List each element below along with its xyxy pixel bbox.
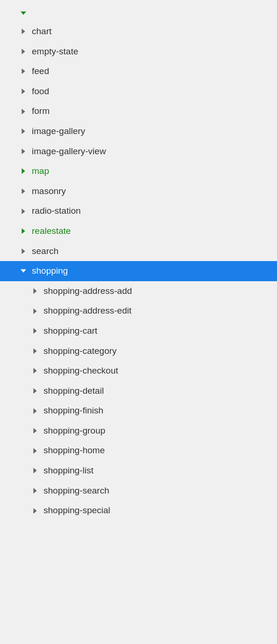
tree-item-shopping-cart[interactable]: shopping-cart: [0, 321, 277, 341]
item-label-shopping-home: shopping-home: [44, 444, 105, 457]
svg-marker-12: [22, 248, 25, 254]
tree-item-map[interactable]: map: [0, 161, 277, 181]
tree-item-feed[interactable]: feed: [0, 61, 277, 82]
tree-item-empty-state[interactable]: empty-state: [0, 42, 277, 62]
svg-marker-1: [22, 29, 25, 34]
tree-item-shopping-detail[interactable]: shopping-detail: [0, 381, 277, 401]
item-label-shopping-address-add: shopping-address-add: [44, 285, 132, 298]
tree-item-shopping-address-edit[interactable]: shopping-address-edit: [0, 301, 277, 321]
svg-marker-13: [21, 270, 26, 273]
tree-item-shopping-search[interactable]: shopping-search: [0, 481, 277, 501]
chevron-right-icon: [19, 47, 28, 56]
svg-marker-24: [33, 488, 36, 494]
svg-marker-22: [33, 448, 36, 454]
chevron-right-icon: [30, 466, 40, 475]
tree-item-radio-station[interactable]: radio-station: [0, 201, 277, 221]
svg-marker-8: [22, 168, 25, 174]
svg-marker-19: [33, 388, 36, 394]
item-label-search: search: [32, 245, 58, 258]
chevron-right-icon: [30, 486, 40, 495]
chevron-right-icon: [30, 426, 40, 435]
svg-marker-6: [22, 128, 25, 134]
chevron-right-icon: [19, 87, 28, 96]
chevron-right-icon: [30, 366, 40, 375]
tree-item-food[interactable]: food: [0, 82, 277, 102]
tree-item-ui-layouts[interactable]: [0, 5, 277, 22]
svg-marker-18: [33, 368, 36, 374]
tree-item-shopping-group[interactable]: shopping-group: [0, 421, 277, 441]
item-label-shopping-category: shopping-category: [44, 345, 117, 358]
chevron-right-icon: [19, 127, 28, 136]
svg-marker-4: [22, 89, 25, 94]
chevron-right-icon: [19, 67, 28, 76]
chevron-right-icon: [30, 386, 40, 396]
item-label-shopping-checkout: shopping-checkout: [44, 365, 118, 377]
item-label-shopping-address-edit: shopping-address-edit: [44, 305, 131, 317]
item-label-shopping: shopping: [32, 265, 68, 277]
tree-item-shopping-special[interactable]: shopping-special: [0, 501, 277, 521]
chevron-right-icon: [19, 27, 28, 36]
tree-item-shopping-list[interactable]: shopping-list: [0, 461, 277, 481]
item-label-food: food: [32, 85, 49, 98]
chevron-right-icon: [30, 346, 40, 356]
item-label-shopping-search: shopping-search: [44, 485, 109, 497]
item-label-shopping-finish: shopping-finish: [44, 404, 103, 417]
chevron-right-icon: [19, 207, 28, 216]
item-label-shopping-list: shopping-list: [44, 464, 94, 477]
tree-item-shopping[interactable]: shopping: [0, 261, 277, 281]
item-label-masonry: masonry: [32, 185, 66, 198]
tree-item-masonry[interactable]: masonry: [0, 181, 277, 202]
svg-marker-0: [21, 11, 26, 15]
tree-items-container: chartempty-statefeedfoodformimage-galler…: [0, 22, 277, 521]
svg-marker-17: [33, 348, 36, 354]
tree-item-chart[interactable]: chart: [0, 22, 277, 42]
item-label-chart: chart: [32, 25, 51, 38]
item-label-radio-station: radio-station: [32, 205, 81, 217]
svg-marker-14: [33, 288, 36, 294]
tree-item-image-gallery-view[interactable]: image-gallery-view: [0, 142, 277, 162]
chevron-right-icon: [30, 286, 40, 296]
chevron-right-icon: [30, 307, 40, 316]
svg-marker-16: [33, 328, 36, 334]
chevron-right-icon: [19, 147, 28, 156]
item-label-shopping-cart: shopping-cart: [44, 325, 97, 337]
svg-marker-2: [22, 49, 25, 54]
file-tree: chartempty-statefeedfoodformimage-galler…: [0, 0, 277, 525]
chevron-right-icon: [19, 107, 28, 116]
chevron-right-icon: [19, 166, 28, 176]
tree-item-shopping-address-add[interactable]: shopping-address-add: [0, 281, 277, 301]
tree-item-realestate[interactable]: realestate: [0, 221, 277, 241]
tree-item-shopping-checkout[interactable]: shopping-checkout: [0, 361, 277, 381]
tree-item-shopping-home[interactable]: shopping-home: [0, 441, 277, 461]
svg-marker-3: [22, 68, 25, 74]
tree-item-search[interactable]: search: [0, 241, 277, 262]
chevron-down-icon: [19, 8, 28, 18]
chevron-right-icon: [19, 226, 28, 236]
svg-marker-10: [22, 209, 25, 214]
svg-marker-7: [22, 149, 25, 154]
item-label-form: form: [32, 105, 50, 118]
tree-item-shopping-category[interactable]: shopping-category: [0, 341, 277, 361]
chevron-down-icon: [19, 266, 28, 276]
tree-item-form[interactable]: form: [0, 101, 277, 121]
svg-marker-20: [33, 408, 36, 414]
item-label-shopping-detail: shopping-detail: [44, 385, 104, 397]
tree-item-image-gallery[interactable]: image-gallery: [0, 121, 277, 142]
item-label-realestate: realestate: [32, 225, 71, 238]
svg-marker-23: [33, 468, 36, 473]
item-label-image-gallery-view: image-gallery-view: [32, 145, 106, 158]
chevron-right-icon: [19, 187, 28, 196]
chevron-right-icon: [30, 506, 40, 516]
svg-marker-11: [22, 228, 25, 234]
chevron-right-icon: [30, 406, 40, 416]
tree-item-shopping-finish[interactable]: shopping-finish: [0, 401, 277, 421]
svg-marker-21: [33, 428, 36, 434]
svg-marker-25: [33, 508, 36, 514]
svg-marker-5: [22, 109, 25, 114]
svg-marker-15: [33, 308, 36, 314]
chevron-right-icon: [30, 326, 40, 336]
item-label-image-gallery: image-gallery: [32, 125, 85, 138]
item-label-shopping-special: shopping-special: [44, 504, 110, 517]
item-label-shopping-group: shopping-group: [44, 425, 105, 437]
chevron-right-icon: [30, 446, 40, 456]
